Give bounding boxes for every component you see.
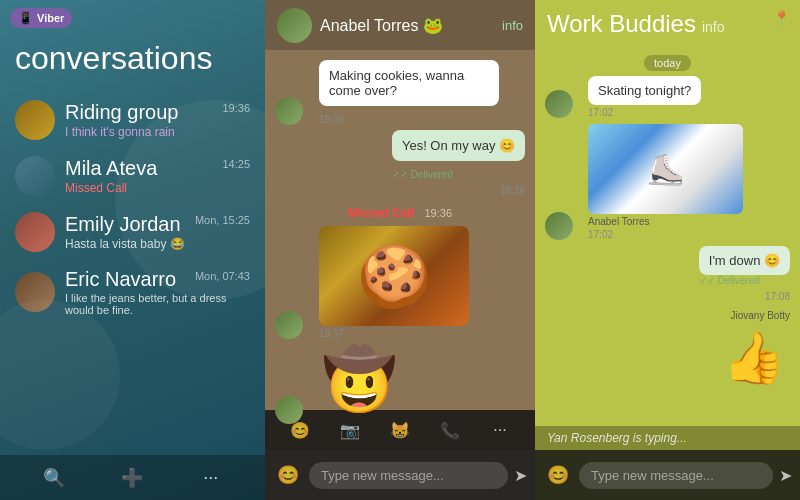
add-icon[interactable]: ➕: [117, 467, 147, 489]
conv-time: 14:25: [222, 158, 250, 170]
group-chat-panel: Work Buddies info today Skating tonight?…: [535, 0, 800, 500]
msg-row: Yes! On my way 😊 ✓✓ Delivered 19:36: [275, 130, 525, 198]
msg-time: 19:36: [319, 114, 499, 125]
conv-item-mila[interactable]: Mila Ateva Missed Call 14:25: [0, 148, 265, 204]
more-icon[interactable]: ···: [196, 467, 226, 488]
message-input[interactable]: [309, 462, 508, 489]
group-send-button[interactable]: ➤: [779, 466, 792, 485]
conv-item-emily[interactable]: Emily Jordan Hasta la vista baby 😂 Mon, …: [0, 204, 265, 260]
emoji-btn[interactable]: 😊: [273, 464, 303, 486]
chat-panel: Anabel Torres 🐸 info Making cookies, wan…: [265, 0, 535, 500]
group-message-input[interactable]: [579, 462, 773, 489]
typing-indicator: Yan Rosenberg is typing...: [535, 426, 800, 450]
msg-row: 19:37: [275, 226, 525, 339]
delivered-status: ✓✓ Delivered: [392, 169, 525, 180]
viber-logo-text: Viber: [37, 12, 64, 24]
msg-time: 17:02: [588, 107, 701, 118]
conv-last-msg: I think it's gonna rain: [65, 125, 250, 139]
chat-header: Anabel Torres 🐸 info: [265, 0, 535, 50]
avatar: [15, 212, 55, 252]
group-info-link[interactable]: info: [702, 19, 725, 35]
group-bubble: I'm down 😊: [699, 246, 790, 275]
chat-contact-name: Anabel Torres 🐸: [320, 16, 494, 35]
msg-time: 19:37: [319, 328, 469, 339]
conv-item-riding[interactable]: Riding group I think it's gonna rain 19:…: [0, 92, 265, 148]
msg-avatar: [275, 97, 303, 125]
conv-last-msg: I like the jeans better, but a dress wou…: [65, 292, 250, 316]
conversations-bottom-bar: 🔍 ➕ ···: [0, 455, 265, 500]
conv-time: Mon, 07:43: [195, 270, 250, 282]
msg-row: Making cookies, wanna come over? 19:36: [275, 60, 525, 125]
thumbs-sticker: 👍: [718, 324, 790, 392]
viber-logo: 📱 Viber: [10, 8, 72, 28]
msg-avatar: [545, 90, 573, 118]
group-msg-row: I'm down 😊 ✓✓ Delivered 17:08: [545, 246, 790, 304]
conv-time: 19:36: [222, 102, 250, 114]
group-header: Work Buddies info: [535, 0, 800, 43]
chat-info-link[interactable]: info: [502, 18, 523, 33]
conv-item-eric[interactable]: Eric Navarro I like the jeans better, bu…: [0, 260, 265, 324]
delivered-status: ✓✓ Delivered: [699, 275, 790, 286]
message-bubble: Yes! On my way 😊: [392, 130, 525, 161]
search-icon[interactable]: 🔍: [39, 467, 69, 489]
avatar: [15, 272, 55, 312]
message-bubble: Making cookies, wanna come over?: [319, 60, 499, 106]
missed-call-row: Missed Call 19:36: [275, 203, 525, 221]
send-button[interactable]: ➤: [514, 466, 527, 485]
emoji-btn[interactable]: 😊: [543, 464, 573, 486]
image-sender: Anabel Torres: [588, 216, 743, 227]
date-badge: today: [545, 53, 790, 71]
msg-avatar: [545, 212, 573, 240]
conversations-panel: 📱 Viber conversations Riding group I thi…: [0, 0, 265, 500]
conv-time: Mon, 15:25: [195, 214, 250, 226]
group-msg-row: 👍: [545, 324, 790, 392]
msg-avatar: [275, 311, 303, 339]
group-bubble: Skating tonight?: [588, 76, 701, 105]
avatar: [15, 100, 55, 140]
missed-call-text: Missed Call: [348, 206, 414, 220]
msg-row: 🤠: [275, 344, 525, 424]
chat-messages-area: Making cookies, wanna come over? 19:36 Y…: [265, 50, 535, 445]
group-msg-row: Skating tonight? 17:02 📍: [545, 76, 790, 118]
chat-avatar: [277, 8, 312, 43]
group-name: Work Buddies: [547, 10, 696, 38]
conversations-list: Riding group I think it's gonna rain 19:…: [0, 87, 265, 329]
msg-time: 19:36: [500, 185, 525, 196]
sender-label: Jiovany Botty: [545, 310, 790, 321]
chat-input-bar: 😊 ➤: [265, 450, 535, 500]
cookie-image: [319, 226, 469, 326]
msg-time: 17:08: [765, 291, 790, 302]
group-input-bar: 😊 ➤: [535, 450, 800, 500]
conv-last-msg: Missed Call: [65, 181, 250, 195]
date-text: today: [644, 55, 691, 71]
skating-image: [588, 124, 743, 214]
msg-time: 17:02: [588, 229, 743, 240]
group-msg-row: Anabel Torres 17:02: [545, 124, 790, 240]
group-messages-area: today Skating tonight? 17:02 📍 Anabel To…: [535, 43, 800, 423]
typing-text: Yan Rosenberg is typing...: [547, 431, 687, 445]
sticker: 🤠: [319, 344, 399, 424]
missed-call-time: 19:36: [424, 207, 452, 219]
viber-icon: 📱: [18, 11, 33, 25]
conv-last-msg: Hasta la vista baby 😂: [65, 237, 250, 251]
msg-avatar: [275, 396, 303, 424]
avatar: [15, 156, 55, 196]
